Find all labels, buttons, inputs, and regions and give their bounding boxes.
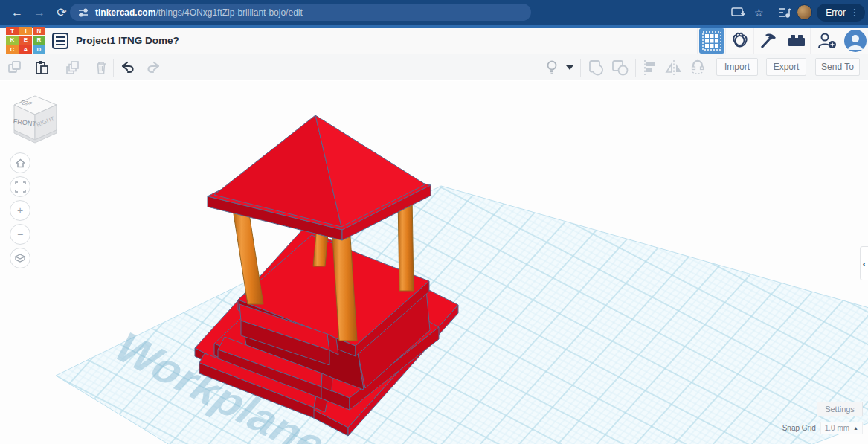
error-label: Error bbox=[826, 7, 846, 18]
browser-error-menu[interactable]: Error ⋮ bbox=[817, 4, 865, 22]
ungroup-button[interactable] bbox=[611, 59, 629, 77]
view-cube[interactable]: TOP FRONT RIGHT bbox=[10, 93, 62, 151]
design-menu-icon[interactable] bbox=[52, 33, 68, 49]
export-button[interactable]: Export bbox=[766, 58, 806, 76]
design-title[interactable]: Project1 ITNG Dome? bbox=[76, 35, 179, 46]
site-info-icon[interactable] bbox=[77, 7, 89, 19]
avatar-icon bbox=[844, 30, 867, 52]
pickaxe-icon bbox=[758, 30, 779, 51]
paste-button[interactable] bbox=[33, 59, 51, 77]
bookmark-star-icon[interactable]: ☆ bbox=[750, 7, 767, 19]
workplane-toggle-button[interactable] bbox=[10, 248, 30, 268]
show-all-dropdown[interactable] bbox=[564, 59, 576, 77]
url-text: tinkercad.com/things/4ONxg1ftZip-brillia… bbox=[95, 7, 303, 18]
edit-toolbar: Import Export Send To bbox=[0, 54, 868, 80]
oven-mitt-icon bbox=[730, 30, 750, 51]
send-to-device-icon[interactable] bbox=[731, 7, 746, 19]
redo-button[interactable] bbox=[144, 59, 162, 77]
view-3d-toggle[interactable] bbox=[697, 28, 725, 54]
fit-view-button[interactable] bbox=[10, 176, 30, 197]
magnet-snap-button[interactable] bbox=[689, 59, 707, 77]
3d-viewport[interactable]: Workplane bbox=[0, 81, 868, 444]
logo-letter: R bbox=[33, 36, 45, 44]
logo-letter: C bbox=[6, 45, 19, 54]
column-back[interactable] bbox=[313, 234, 328, 266]
logo-letter: N bbox=[33, 27, 45, 35]
shapes-panel-toggle[interactable]: ‹ bbox=[860, 246, 868, 280]
logo-letter: E bbox=[19, 36, 32, 44]
workplane-grid[interactable]: Workplane bbox=[56, 186, 868, 444]
zoom-in-button[interactable]: + bbox=[10, 200, 30, 221]
scene-svg: Workplane bbox=[0, 81, 868, 444]
tinkercad-header: TINKERCAD Project1 ITNG Dome? bbox=[0, 28, 868, 54]
group-button[interactable] bbox=[588, 59, 605, 77]
bricks-toggle[interactable] bbox=[782, 28, 810, 54]
snap-grid-value: 1.0 mm bbox=[825, 424, 849, 432]
url-path: /things/4ONxg1ftZip-brilliant-bojo/edit bbox=[155, 7, 302, 18]
snap-grid-label: Snap Grid bbox=[782, 424, 816, 432]
import-button[interactable]: Import bbox=[716, 58, 758, 76]
align-button[interactable] bbox=[641, 59, 659, 77]
kebab-menu-icon[interactable]: ⋮ bbox=[850, 7, 859, 18]
browser-bar: ← → ⟳ tinkercad.com/things/4ONxg1ftZip-b… bbox=[0, 0, 868, 25]
simlab-toggle[interactable] bbox=[725, 28, 753, 54]
delete-button[interactable] bbox=[92, 59, 110, 77]
logo-letter: A bbox=[19, 45, 32, 54]
minecraft-export-toggle[interactable] bbox=[753, 28, 782, 54]
reading-list-icon[interactable] bbox=[777, 7, 792, 19]
grid-settings-button[interactable]: Settings bbox=[817, 402, 863, 416]
show-all-button[interactable] bbox=[543, 59, 561, 77]
url-host: tinkercad.com bbox=[95, 7, 155, 18]
logo-letter: D bbox=[33, 45, 45, 54]
logo-letter: K bbox=[6, 36, 19, 44]
zoom-out-button[interactable]: − bbox=[10, 224, 30, 245]
undo-button[interactable] bbox=[119, 59, 137, 77]
home-view-button[interactable] bbox=[10, 152, 30, 173]
snap-grid-dropdown[interactable]: 1.0 mm ▲ bbox=[820, 422, 863, 434]
browser-forward-button[interactable]: → bbox=[28, 4, 51, 22]
browser-back-button[interactable]: ← bbox=[6, 4, 28, 22]
mirror-button[interactable] bbox=[665, 59, 683, 77]
logo-letter: T bbox=[6, 27, 19, 35]
blocks-grid-icon bbox=[699, 28, 724, 54]
logo-letter: I bbox=[19, 27, 32, 35]
account-avatar[interactable] bbox=[843, 28, 868, 54]
tinkercad-logo[interactable]: TINKERCAD bbox=[6, 27, 45, 54]
snap-grid-control: Snap Grid 1.0 mm ▲ bbox=[782, 422, 863, 434]
send-to-button[interactable]: Send To bbox=[815, 58, 860, 76]
person-add-icon bbox=[816, 30, 838, 51]
invite-people-button[interactable] bbox=[810, 28, 843, 54]
snap-grid-caret-icon: ▲ bbox=[853, 425, 858, 431]
copy-button[interactable] bbox=[6, 59, 24, 77]
duplicate-button[interactable] bbox=[64, 59, 82, 77]
browser-profile-avatar[interactable] bbox=[797, 4, 812, 20]
address-bar[interactable]: tinkercad.com/things/4ONxg1ftZip-brillia… bbox=[70, 4, 531, 21]
lego-brick-icon bbox=[786, 30, 807, 51]
